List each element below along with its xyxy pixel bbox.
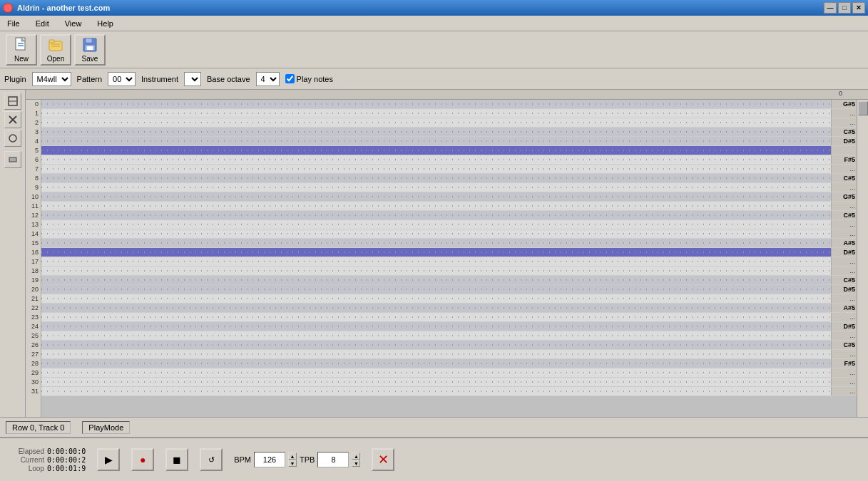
grid-row[interactable]: D#5 [41,137,857,146]
menu-help[interactable]: Help [93,18,118,29]
plugin-label: Plugin [4,75,26,83]
note-label: A#5 [831,304,857,312]
bpm-down[interactable]: ▼ [288,460,297,467]
bpm-input[interactable] [254,452,285,467]
grid-row[interactable]: ... [41,118,857,128]
record-button[interactable]: ● [131,448,154,471]
pattern-select[interactable]: 00 [108,72,136,86]
plugin-bar: Plugin M4wll Pattern 00 Instrument Base … [0,68,868,90]
plugin-select[interactable]: M4wll [32,72,71,86]
grid-row[interactable]: F#5 [41,155,857,165]
app-icon [3,3,13,13]
tool-btn-3[interactable] [4,130,21,147]
grid-row[interactable]: D#5 [41,322,857,331]
maximize-button[interactable]: □ [838,2,851,14]
dot-line [41,353,831,355]
stop-button[interactable]: ◼ [165,448,188,471]
bpm-section: BPM ▲ ▼ TPB ▲ ▼ [234,452,360,467]
grid-row[interactable]: ... [41,109,857,118]
tpb-up[interactable]: ▲ [352,452,360,460]
tool-btn-4[interactable] [4,151,21,168]
grid-row[interactable]: C#5 [41,276,857,285]
grid-row[interactable]: ... [41,378,857,387]
note-label: F#5 [831,155,857,164]
tool-btn-1[interactable] [4,93,21,110]
grid-row[interactable]: C#5 [41,211,857,220]
grid-row[interactable]: ... [41,202,857,211]
grid-dots [41,387,831,395]
note-label: ... [831,313,857,321]
grid-dots [41,313,831,321]
grid-row[interactable]: ... [41,368,857,378]
grid-dots [41,202,831,210]
play-button[interactable]: ▶ [97,448,120,471]
grid-row[interactable]: A#5 [41,239,857,248]
grid-row[interactable]: D#5 [41,285,857,294]
base-octave-select[interactable]: 4 [256,72,280,86]
grid-row[interactable]: C#5 [41,341,857,350]
status-bar: Row 0, Track 0 PlayMode [0,417,868,437]
grid-row[interactable]: ... [41,165,857,174]
dot-line [41,122,831,123]
grid-row[interactable]: ... [41,294,857,304]
menu-file[interactable]: File [3,18,24,29]
grid-row[interactable]: C#5 [41,174,857,183]
save-label: Save [82,55,98,63]
loop-button[interactable]: ↺ [200,448,223,471]
tpb-input[interactable] [317,452,349,467]
vertical-scrollbar[interactable] [857,100,868,417]
base-octave-label: Base octave [207,75,250,83]
tool-btn-2[interactable] [4,111,21,128]
play-notes-checkbox[interactable] [285,74,295,83]
new-button[interactable]: New [6,34,37,66]
grid-row[interactable]: ... [41,331,857,341]
instrument-select[interactable] [184,72,201,86]
dot-line [41,372,831,373]
grid-dots [41,267,831,275]
svg-rect-9 [86,38,92,43]
svg-rect-5 [49,40,54,43]
grid-dots [41,350,831,358]
grid-row[interactable]: G#5 [41,192,857,202]
grid-row[interactable]: D#5 [41,248,857,257]
close-button[interactable]: ✕ [852,2,865,14]
main-area: 0 01234567891011121314151617181920212223… [0,90,868,417]
grid-dots [41,220,831,229]
stop-x-button[interactable]: ✕ [372,448,394,471]
scroll-thumb[interactable] [858,101,868,115]
current-label: Current [9,456,44,464]
grid-row[interactable]: ... [41,387,857,396]
grid-row[interactable]: G#5 [41,100,857,109]
minimize-button[interactable]: — [824,2,837,14]
row-number-30: 30 [26,378,41,387]
tpb-down[interactable]: ▼ [352,460,360,467]
menu-view[interactable]: View [61,18,86,29]
grid-row[interactable]: ... [41,229,857,239]
grid-row[interactable]: F#5 [41,359,857,368]
grid-row[interactable] [41,146,857,155]
loop-value: 0:00:01:9 [47,465,86,472]
grid-row[interactable]: ... [41,313,857,322]
grid-row[interactable]: ... [41,267,857,276]
row-number-6: 6 [26,155,41,165]
grid-row[interactable]: ... [41,183,857,192]
note-label: ... [831,183,857,192]
grid-row[interactable]: ... [41,220,857,229]
save-button[interactable]: Save [74,34,106,66]
open-button[interactable]: Open [40,34,71,66]
grid-row[interactable]: A#5 [41,304,857,313]
note-label: C#5 [831,341,857,349]
dot-line [41,363,831,364]
menu-edit[interactable]: Edit [31,18,53,29]
note-label: ... [831,294,857,303]
grid-row[interactable]: ... [41,350,857,359]
row-number-23: 23 [26,313,41,322]
row-number-8: 8 [26,174,41,183]
note-label: ... [831,220,857,229]
bpm-up[interactable]: ▲ [288,452,297,460]
grid-scroll[interactable]: G#5......C#5D#5F#5...C#5...G#5...C#5....… [41,100,857,417]
grid-row[interactable]: C#5 [41,128,857,137]
grid-row[interactable]: ... [41,257,857,267]
grid-dots [41,368,831,377]
row-number-29: 29 [26,368,41,378]
